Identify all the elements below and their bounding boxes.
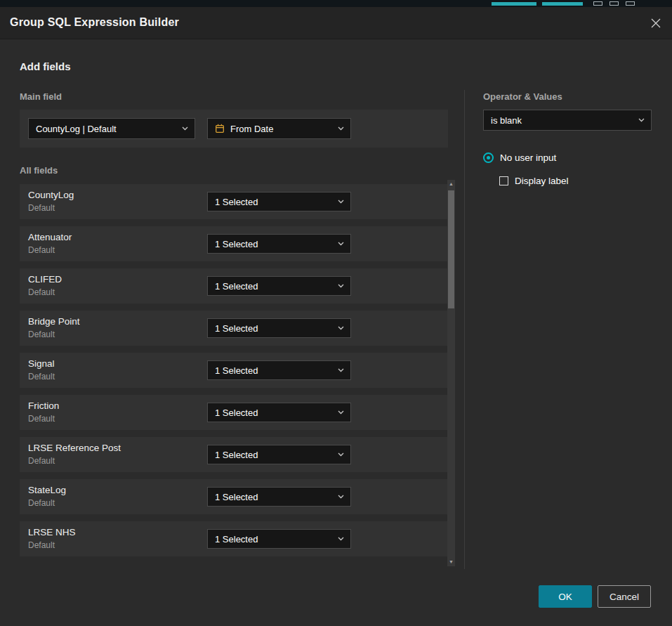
dialog-header: Group SQL Expression Builder — [0, 7, 672, 39]
field-row: Signal Default 1 Selected — [20, 353, 448, 388]
main-field-field-value: From Date — [230, 124, 273, 134]
chevron-down-icon — [182, 126, 188, 131]
chevron-down-icon — [338, 126, 344, 131]
chevron-down-icon — [338, 200, 344, 204]
field-selected-dropdown[interactable]: 1 Selected — [207, 360, 351, 380]
all-fields-label: All fields — [20, 165, 58, 176]
field-row: Friction Default 1 Selected — [20, 395, 448, 430]
dialog-title: Group SQL Expression Builder — [10, 16, 179, 29]
main-field-field-dropdown[interactable]: From Date — [207, 118, 351, 139]
no-user-input-radio[interactable]: No user input — [483, 152, 556, 163]
chevron-down-icon — [338, 452, 344, 457]
field-subtitle: Default — [28, 540, 55, 550]
chevron-down-icon — [338, 537, 344, 541]
scroll-down-icon[interactable]: ▼ — [447, 558, 455, 566]
chevron-down-icon — [338, 495, 344, 499]
field-row: LRSE Reference Post Default 1 Selected — [20, 437, 448, 472]
field-selected-dropdown[interactable]: 1 Selected — [207, 318, 351, 338]
field-subtitle: Default — [28, 203, 55, 213]
field-subtitle: Default — [28, 372, 55, 382]
scrollbar-thumb[interactable] — [448, 190, 454, 308]
operator-value: is blank — [491, 115, 522, 126]
background-link-fragment — [542, 2, 583, 6]
field-selected-value: 1 Selected — [215, 407, 258, 418]
column-divider — [464, 90, 465, 569]
field-selected-dropdown[interactable]: 1 Selected — [207, 403, 351, 422]
operator-dropdown[interactable]: is blank — [483, 110, 652, 131]
chevron-down-icon — [338, 368, 344, 372]
main-field-source-value: CountyLog | Default — [36, 124, 117, 134]
background-toolbar-icon — [626, 1, 635, 6]
field-subtitle: Default — [28, 245, 55, 255]
chevron-down-icon — [338, 242, 344, 246]
field-selected-dropdown[interactable]: 1 Selected — [207, 234, 351, 254]
group-sql-expression-builder-dialog: Group SQL Expression Builder Add fields … — [0, 7, 672, 626]
close-icon[interactable] — [650, 18, 661, 29]
field-name: StateLog — [28, 485, 66, 495]
field-selected-dropdown[interactable]: 1 Selected — [207, 276, 351, 296]
field-subtitle: Default — [28, 287, 55, 297]
field-selected-dropdown[interactable]: 1 Selected — [207, 192, 351, 211]
field-name: Signal — [28, 358, 55, 369]
field-row: Bridge Point Default 1 Selected — [20, 311, 448, 346]
field-name: LRSE NHS — [28, 527, 76, 537]
field-row: CLIFED Default 1 Selected — [20, 268, 448, 304]
field-selected-value: 1 Selected — [215, 197, 258, 207]
scrollbar[interactable]: ▲ ▼ — [447, 180, 455, 566]
field-selected-dropdown[interactable]: 1 Selected — [207, 487, 351, 507]
cancel-button[interactable]: Cancel — [598, 585, 651, 608]
field-row: LRSE NHS Default 1 Selected — [20, 521, 448, 556]
field-subtitle: Default — [28, 456, 55, 466]
field-row: CountyLog Default 1 Selected — [20, 184, 448, 219]
field-selected-dropdown[interactable]: 1 Selected — [207, 529, 351, 549]
checkbox-unchecked-icon — [499, 176, 508, 185]
main-field-card: CountyLog | Default From Date — [20, 110, 448, 148]
background-toolbar-icon — [593, 1, 602, 6]
calendar-icon — [215, 124, 225, 133]
all-fields-list: CountyLog Default 1 Selected Attenuator … — [20, 184, 448, 563]
background-toolbar-icon — [610, 1, 619, 6]
field-name: CountyLog — [28, 190, 74, 200]
field-name: Bridge Point — [28, 316, 80, 327]
display-label-label: Display label — [515, 176, 569, 186]
field-selected-value: 1 Selected — [215, 365, 258, 376]
field-selected-value: 1 Selected — [215, 323, 258, 334]
field-selected-value: 1 Selected — [215, 450, 258, 460]
field-row: Attenuator Default 1 Selected — [20, 226, 448, 261]
scroll-up-icon[interactable]: ▲ — [447, 180, 455, 188]
field-selected-value: 1 Selected — [215, 534, 258, 545]
main-field-source-dropdown[interactable]: CountyLog | Default — [28, 118, 195, 139]
no-user-input-label: No user input — [500, 152, 556, 163]
chevron-down-icon — [638, 118, 645, 122]
chevron-down-icon — [338, 410, 344, 415]
chevron-down-icon — [338, 326, 344, 330]
field-subtitle: Default — [28, 330, 55, 339]
field-name: Attenuator — [28, 232, 72, 242]
background-link-fragment — [492, 2, 536, 6]
chevron-down-icon — [338, 284, 344, 288]
field-name: LRSE Reference Post — [28, 443, 121, 453]
field-selected-dropdown[interactable]: 1 Selected — [207, 445, 351, 464]
display-label-checkbox[interactable]: Display label — [499, 176, 569, 186]
field-subtitle: Default — [28, 498, 55, 508]
field-selected-value: 1 Selected — [215, 492, 258, 502]
operator-values-label: Operator & Values — [483, 91, 562, 102]
field-name: Friction — [28, 400, 59, 411]
ok-button[interactable]: OK — [539, 585, 592, 608]
add-fields-heading: Add fields — [20, 60, 71, 72]
field-selected-value: 1 Selected — [215, 239, 258, 249]
main-field-label: Main field — [20, 91, 62, 102]
field-row: StateLog Default 1 Selected — [20, 479, 448, 514]
background-toolbar — [0, 0, 672, 7]
radio-selected-icon — [483, 152, 494, 163]
field-name: CLIFED — [28, 274, 62, 285]
field-selected-value: 1 Selected — [215, 281, 258, 292]
field-subtitle: Default — [28, 414, 55, 424]
